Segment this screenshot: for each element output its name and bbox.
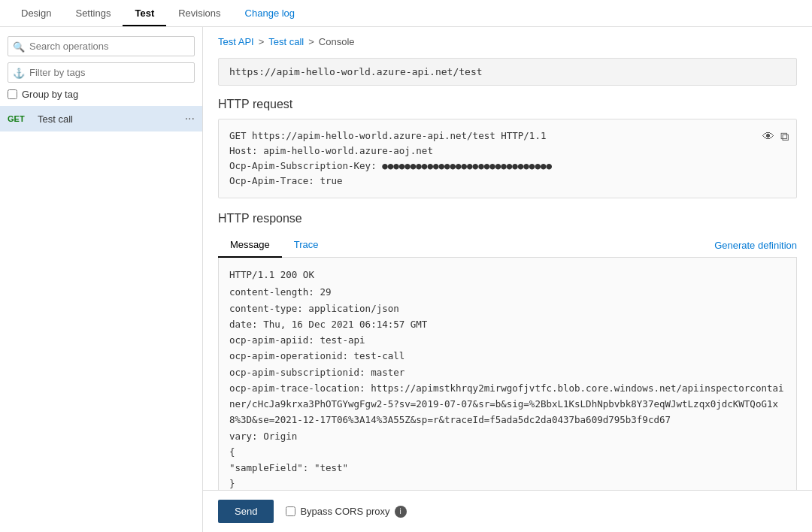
url-bar: https://apim-hello-world.azure-api.net/t… xyxy=(218,58,797,86)
breadcrumb-sep-1: > xyxy=(259,36,265,47)
group-by-tag-label: Group by tag xyxy=(22,89,78,100)
tab-changelog[interactable]: Change log xyxy=(233,2,308,26)
response-line-10: "sampleField": "test" xyxy=(229,460,786,476)
breadcrumb: Test API > Test call > Console xyxy=(218,36,797,47)
response-line-1: content-length: 29 xyxy=(229,284,786,300)
bypass-cors-label: Bypass CORS proxy xyxy=(300,506,389,517)
response-line-5: ocp-apim-operationid: test-call xyxy=(229,348,786,364)
response-status-line: HTTP/1.1 200 OK xyxy=(229,267,786,283)
http-request-title: HTTP request xyxy=(218,98,797,111)
tab-trace[interactable]: Trace xyxy=(282,233,331,258)
method-badge: GET xyxy=(8,114,32,123)
group-by-tag-checkbox[interactable] xyxy=(8,89,17,99)
tab-revisions[interactable]: Revisions xyxy=(166,2,232,26)
api-item-name: Test call xyxy=(38,113,179,125)
response-line-4: ocp-apim-apiid: test-api xyxy=(229,332,786,348)
response-line-3: date: Thu, 16 Dec 2021 06:14:57 GMT xyxy=(229,316,786,332)
api-item-more-button[interactable]: ··· xyxy=(185,112,195,125)
response-line-2: content-type: application/json xyxy=(229,301,786,316)
tab-settings[interactable]: Settings xyxy=(63,2,123,26)
breadcrumb-console: Console xyxy=(319,36,355,47)
api-list-item[interactable]: GET Test call ··· xyxy=(0,106,202,131)
http-request-box: 👁 ⧉ GET https://apim-hello-world.azure-a… xyxy=(218,119,797,198)
bypass-cors-checkbox[interactable] xyxy=(286,506,295,516)
main-content: Test API > Test call > Console https://a… xyxy=(203,27,812,490)
response-http-version: HTTP/1.1 xyxy=(229,269,274,280)
response-tabs: Message Trace Generate definition xyxy=(218,233,797,258)
copy-icon[interactable]: ⧉ xyxy=(780,127,789,147)
request-line-2: Host: apim-hello-world.azure-aoj.net xyxy=(229,144,786,159)
breadcrumb-test-call[interactable]: Test call xyxy=(268,36,304,47)
breadcrumb-test-api[interactable]: Test API xyxy=(218,36,254,47)
sidebar: 🔍 ⚓ Group by tag GET Test call ··· xyxy=(0,27,203,532)
filter-icon: ⚓ xyxy=(13,67,25,78)
eye-icon[interactable]: 👁 xyxy=(762,127,774,147)
search-operations-input[interactable] xyxy=(8,36,195,56)
info-icon[interactable]: i xyxy=(395,506,407,518)
tab-message[interactable]: Message xyxy=(218,233,282,258)
request-box-actions: 👁 ⧉ xyxy=(762,127,789,147)
group-by-tag-container: Group by tag xyxy=(8,89,195,100)
bypass-cors-container: Bypass CORS proxy i xyxy=(286,506,406,518)
request-line-3: Ocp-Apim-Subscription-Key: ●●●●●●●●●●●●●… xyxy=(229,159,786,174)
http-response-title: HTTP response xyxy=(218,212,797,225)
response-body: HTTP/1.1 200 OK content-length: 29 conte… xyxy=(218,258,797,490)
request-line-4: Ocp-Apim-Trace: true xyxy=(229,174,786,189)
send-button[interactable]: Send xyxy=(218,500,274,523)
filter-by-tags-container: ⚓ xyxy=(8,62,195,83)
search-icon: 🔍 xyxy=(13,41,25,52)
filter-by-tags-input[interactable] xyxy=(8,62,195,83)
response-line-11: } xyxy=(229,476,786,490)
breadcrumb-sep-2: > xyxy=(308,36,314,47)
footer: Send Bypass CORS proxy i xyxy=(203,490,812,532)
response-line-9: { xyxy=(229,444,786,460)
top-navigation: Design Settings Test Revisions Change lo… xyxy=(0,0,812,27)
generate-definition-link[interactable]: Generate definition xyxy=(714,234,797,257)
response-line-7: ocp-apim-trace-location: https://apimstk… xyxy=(229,380,786,428)
tab-design[interactable]: Design xyxy=(9,2,63,26)
search-operations-container: 🔍 xyxy=(8,36,195,56)
response-line-8: vary: Origin xyxy=(229,428,786,444)
tab-test[interactable]: Test xyxy=(123,2,166,26)
response-status-code-text: 200 OK xyxy=(280,269,314,280)
main-layout: 🔍 ⚓ Group by tag GET Test call ··· Test … xyxy=(0,27,812,532)
request-line-1: GET https://apim-hello-world.azure-api.n… xyxy=(229,128,786,144)
response-line-6: ocp-apim-subscriptionid: master xyxy=(229,364,786,380)
